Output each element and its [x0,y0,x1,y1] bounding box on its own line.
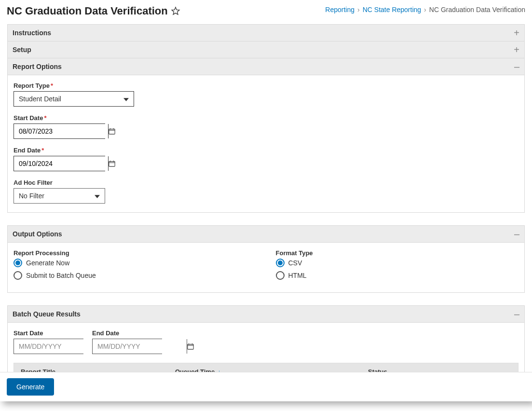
radio-label: Generate Now [26,259,69,267]
minus-icon: – [514,229,519,239]
main-panel: Instructions + Setup + Report Options – … [7,24,525,401]
header: NC Graduation Data Verification Reportin… [7,5,525,17]
accordion-output-options[interactable]: Output Options – [7,225,525,243]
svg-rect-1 [109,162,115,167]
format-type-group: Format Type CSV HTML [276,249,519,284]
accordion-instructions[interactable]: Instructions + [7,24,525,41]
adhoc-select[interactable]: No Filter [14,188,105,204]
radio-label: Submit to Batch Queue [26,272,96,279]
end-date-input[interactable] [14,156,108,171]
format-label: Format Type [276,249,519,257]
bq-end-date-field: End Date [92,329,162,354]
breadcrumb: Reporting › NC State Reporting › NC Grad… [325,5,525,14]
footer-bar: Generate [0,372,532,401]
generate-button[interactable]: Generate [7,378,54,396]
breadcrumb-current: NC Graduation Data Verification [429,6,525,14]
chevron-right-icon: › [357,6,360,14]
accordion-label: Batch Queue Results [13,310,81,318]
radio-label: HTML [288,272,307,279]
calendar-button[interactable] [187,339,194,354]
breadcrumb-reporting[interactable]: Reporting [325,6,355,14]
report-processing-group: Report Processing Generate Now Submit to… [14,249,257,284]
radio-icon [14,259,22,267]
report-type-label: Report Type* [14,82,518,89]
minus-icon: – [514,309,519,319]
calendar-button[interactable] [108,124,115,138]
radio-icon [276,259,285,267]
radio-submit-batch[interactable]: Submit to Batch Queue [14,271,257,280]
accordion-batch-queue[interactable]: Batch Queue Results – [7,305,525,323]
accordion-report-options[interactable]: Report Options – [7,58,525,75]
radio-icon [14,271,22,280]
calendar-icon [109,160,115,167]
select-value: Student Detail [19,95,61,103]
select-value: No Filter [19,192,44,200]
calendar-button[interactable] [108,156,115,171]
accordion-label: Report Options [13,63,62,70]
bq-end-date-wrap [92,339,162,354]
start-date-input[interactable] [14,124,108,138]
start-date-input-wrap [14,123,105,139]
svg-rect-3 [188,344,193,350]
minus-icon: – [514,62,519,71]
field-start-date: Start Date* [14,114,518,139]
radio-label: CSV [288,259,302,267]
report-options-body: Report Type* Student Detail Start Date* [7,75,525,213]
bq-end-date-input[interactable] [93,339,187,354]
end-date-input-wrap [14,156,105,171]
report-type-select[interactable]: Student Detail [14,91,134,107]
radio-html[interactable]: HTML [276,271,519,280]
required-asterisk: * [41,147,44,154]
required-asterisk: * [44,114,46,122]
plus-icon: + [514,28,519,38]
radio-generate-now[interactable]: Generate Now [14,259,257,267]
start-date-label: Start Date* [14,114,518,122]
end-date-label: End Date* [14,147,518,154]
page-title: NC Graduation Data Verification [7,5,180,17]
output-options-body: Report Processing Generate Now Submit to… [7,243,525,293]
bq-start-date-wrap [14,339,83,354]
accordion-label: Instructions [13,29,51,37]
chevron-right-icon: › [424,6,426,14]
accordion-label: Setup [13,46,31,54]
adhoc-label: Ad Hoc Filter [14,179,518,186]
breadcrumb-nc-state-reporting[interactable]: NC State Reporting [363,6,421,14]
bq-end-date-label: End Date [92,329,162,337]
field-adhoc: Ad Hoc Filter No Filter [14,179,518,204]
accordion-label: Output Options [13,230,62,238]
svg-rect-0 [109,129,115,135]
radio-csv[interactable]: CSV [276,259,519,267]
radio-icon [276,271,285,280]
calendar-icon [187,343,194,350]
bq-start-date-field: Start Date [14,329,83,354]
star-icon[interactable] [171,6,180,16]
page-title-text: NC Graduation Data Verification [7,5,168,17]
calendar-icon [109,128,115,135]
plus-icon: + [514,45,519,55]
field-report-type: Report Type* Student Detail [14,82,518,107]
caret-down-icon [95,192,100,200]
processing-label: Report Processing [14,249,257,257]
field-end-date: End Date* [14,147,518,171]
caret-down-icon [123,95,129,103]
bq-start-date-label: Start Date [14,329,83,337]
required-asterisk: * [51,82,53,89]
accordion-setup[interactable]: Setup + [7,41,525,58]
